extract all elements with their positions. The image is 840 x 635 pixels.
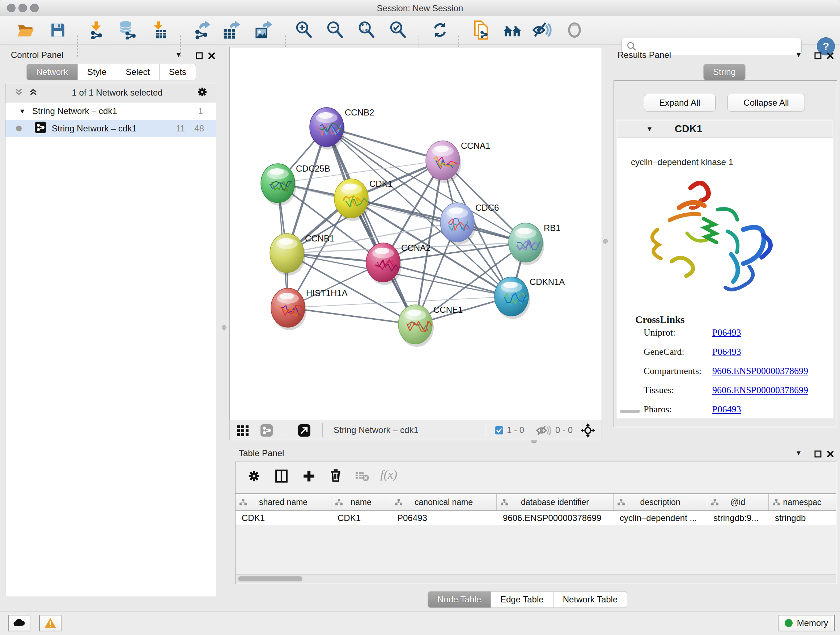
- collection-expand-icon[interactable]: ▾: [20, 107, 24, 115]
- table-row[interactable]: CDK1CDK1P064939606.ENSP00000378699cyclin…: [235, 511, 836, 525]
- show-eye-icon[interactable]: [564, 20, 584, 40]
- zoom-selected-icon[interactable]: [388, 20, 408, 40]
- node-CCNB2[interactable]: CCNB2: [309, 108, 374, 149]
- import-network-file-icon[interactable]: [86, 20, 106, 40]
- string-home-icon[interactable]: [502, 20, 523, 40]
- tab-edge-table[interactable]: Edge Table: [491, 591, 554, 608]
- export-table-icon[interactable]: [221, 20, 242, 40]
- network-share-icon[interactable]: [260, 424, 273, 439]
- import-table-icon[interactable]: [149, 20, 169, 40]
- collapse-all-button[interactable]: Collapse All: [728, 94, 805, 111]
- column-header-database-identifier[interactable]: database identifier: [497, 494, 614, 510]
- node-CDK1[interactable]: CDK1: [334, 179, 393, 221]
- string-hide-glass-icon[interactable]: [532, 20, 552, 40]
- table-hscroll-thumb[interactable]: [238, 576, 302, 581]
- node-RB1[interactable]: RB1: [508, 223, 561, 265]
- control-panel-float-icon[interactable]: [195, 52, 203, 61]
- show-columns-icon[interactable]: [275, 469, 288, 485]
- crosslink-value-link[interactable]: P06493: [712, 327, 741, 338]
- add-column-icon[interactable]: [302, 469, 316, 485]
- birdseye-grid-icon[interactable]: [236, 424, 249, 439]
- export-network-icon[interactable]: [193, 20, 213, 40]
- edge-HIST1H1A-CCNE1[interactable]: [288, 308, 415, 325]
- hidden-count: 0 - 0: [555, 425, 573, 435]
- results-panel-close-icon[interactable]: [826, 52, 834, 61]
- zoom-fit-icon[interactable]: [356, 20, 377, 40]
- table-panel-close-icon[interactable]: [826, 450, 834, 459]
- tab-network-table[interactable]: Network Table: [554, 591, 628, 608]
- tab-node-table[interactable]: Node Table: [428, 591, 491, 608]
- crosslink-value-link[interactable]: P06493: [712, 404, 741, 415]
- table-settings-gear-icon[interactable]: [247, 469, 261, 485]
- warnings-button[interactable]: [39, 615, 62, 631]
- export-image-icon[interactable]: [253, 20, 273, 40]
- table-hscrollbar[interactable]: [236, 574, 836, 583]
- table-panel-float-icon[interactable]: [814, 450, 822, 459]
- open-session-icon[interactable]: [15, 20, 35, 40]
- left-splitter-handle[interactable]: [222, 325, 226, 330]
- open-in-new-icon[interactable]: [298, 424, 311, 439]
- fit-selected-crosshair-icon[interactable]: [580, 423, 596, 440]
- tab-select[interactable]: Select: [116, 64, 159, 80]
- protein-card-header[interactable]: ▾ CDK1: [617, 120, 833, 138]
- crosslink-value-link[interactable]: P06493: [712, 347, 741, 357]
- node-CDC6[interactable]: CDC6: [440, 203, 499, 245]
- table-cell: stringdb:9...: [707, 511, 769, 525]
- expand-all-networks-icon[interactable]: [14, 87, 24, 98]
- node-label: HIST1H1A: [306, 288, 347, 298]
- tab-network[interactable]: Network: [27, 64, 78, 80]
- network-row-selected[interactable]: String Network – cdk1 11 48: [5, 120, 216, 137]
- crosslink-row: Uniprot:P06493: [644, 327, 676, 338]
- memory-button[interactable]: Memory: [778, 615, 835, 631]
- column-header-description[interactable]: description: [614, 494, 707, 510]
- table-cell: cyclin–dependent ...: [614, 511, 707, 525]
- results-panel-menu-icon[interactable]: ▾: [797, 51, 801, 59]
- selected-checkbox-icon[interactable]: [494, 426, 504, 436]
- column-header-canonical-name[interactable]: canonical name: [391, 494, 497, 510]
- question-mark-icon: ?: [823, 40, 829, 52]
- expand-all-button[interactable]: Expand All: [644, 94, 715, 111]
- zoom-in-icon[interactable]: [294, 20, 314, 40]
- protein-collapse-icon[interactable]: ▾: [647, 125, 652, 133]
- network-collection-row[interactable]: ▾ String Network – cdk1 1: [5, 103, 216, 120]
- column-header-name[interactable]: name: [332, 494, 391, 510]
- node-label: CDC25B: [296, 164, 330, 173]
- results-panel-float-icon[interactable]: [814, 52, 822, 61]
- collapse-all-networks-icon[interactable]: [28, 87, 38, 98]
- network-options-gear-icon[interactable]: [196, 86, 208, 99]
- node-CDKN1A[interactable]: CDKN1A: [494, 277, 565, 319]
- protein-name: CDK1: [675, 123, 702, 135]
- control-panel-close-icon[interactable]: [208, 52, 216, 61]
- tab-style[interactable]: Style: [78, 64, 116, 80]
- crosslink-label: GeneCard:: [644, 347, 684, 357]
- cloud-button[interactable]: [8, 615, 30, 631]
- import-network-database-icon[interactable]: [117, 20, 137, 40]
- table-panel-menu-icon[interactable]: ▾: [797, 449, 801, 457]
- column-header-shared-name[interactable]: shared name: [235, 494, 332, 510]
- column-header-namespac[interactable]: namespac: [769, 494, 836, 510]
- refresh-layout-icon[interactable]: [430, 20, 450, 40]
- right-splitter-handle[interactable]: [603, 239, 608, 244]
- crosslink-value-link[interactable]: 9606.ENSP00000378699: [712, 385, 808, 396]
- node-label: CDKN1A: [530, 277, 565, 287]
- edge-CDK1-RB1[interactable]: [351, 198, 526, 242]
- results-panel-tab-string[interactable]: String: [703, 64, 745, 80]
- node-CDC25B[interactable]: CDC25B: [261, 164, 330, 206]
- network-view-canvas[interactable]: CCNB2CCNA1CDC25BCDK1CDC6RB1CCNB1CCNA2CDK…: [229, 47, 602, 421]
- hidden-eye-slash-icon[interactable]: [536, 425, 551, 437]
- node-HIST1H1A[interactable]: HIST1H1A: [271, 288, 347, 330]
- delete-column-trash-icon[interactable]: [329, 469, 343, 484]
- save-session-icon[interactable]: [48, 20, 68, 40]
- results-hscroll-thumb[interactable]: [620, 410, 640, 413]
- zoom-out-icon[interactable]: [325, 20, 345, 40]
- crosslink-value-link[interactable]: 9606.ENSP00000378699: [712, 366, 808, 377]
- delete-table-icon[interactable]: [355, 470, 369, 484]
- crosslink-label: Tissues:: [644, 385, 674, 395]
- tab-sets[interactable]: Sets: [159, 64, 196, 80]
- clone-network-icon[interactable]: [471, 20, 491, 40]
- string-network-graph[interactable]: CCNB2CCNA1CDC25BCDK1CDC6RB1CCNB1CCNA2CDK…: [230, 48, 602, 420]
- node-CCNE1[interactable]: CCNE1: [398, 305, 463, 347]
- function-builder-icon[interactable]: f(x): [380, 468, 397, 481]
- column-header-@id[interactable]: @id: [707, 494, 769, 510]
- control-panel-menu-icon[interactable]: ▾: [177, 51, 180, 59]
